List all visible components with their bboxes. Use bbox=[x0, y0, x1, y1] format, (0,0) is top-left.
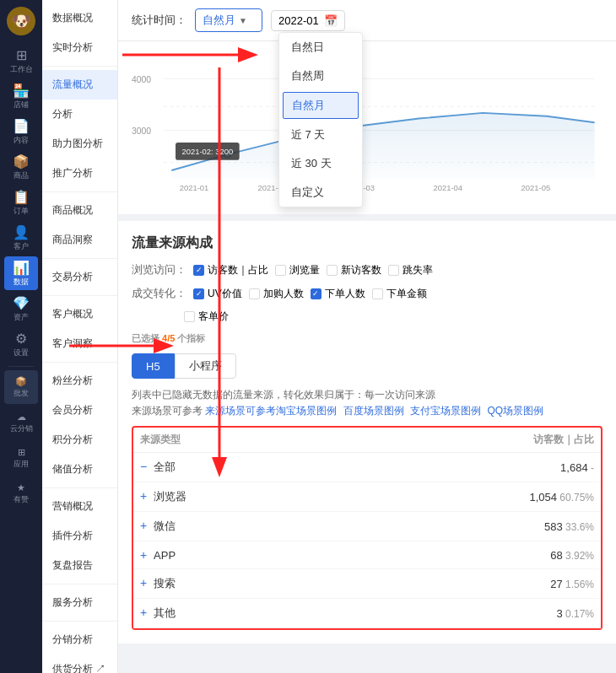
checkbox-bounce-rate[interactable] bbox=[388, 265, 399, 276]
time-period-select[interactable]: 自然月 ▼ bbox=[195, 8, 262, 32]
link-taobao[interactable]: 来源场景可参考淘宝场景图例 bbox=[205, 405, 337, 417]
sidebar-item-goods[interactable]: 📦 商品 bbox=[4, 150, 38, 184]
nav-item-distribution-analysis[interactable]: 分销分析 bbox=[42, 625, 117, 654]
nav-item-member-analysis[interactable]: 会员分析 bbox=[42, 396, 117, 425]
dropdown-item-7days[interactable]: 近 7 天 bbox=[279, 121, 362, 149]
plus-icon[interactable]: + bbox=[140, 548, 150, 562]
metric-bounce-rate: 跳失率 bbox=[388, 262, 433, 277]
sidebar-item-customer[interactable]: 👤 客户 bbox=[4, 221, 38, 255]
nav-item-service-analysis[interactable]: 服务分析 bbox=[42, 588, 117, 617]
sidebar-label-data: 数据 bbox=[14, 277, 29, 288]
source-label: 浏览器 bbox=[154, 490, 186, 503]
link-baidu[interactable]: 百度场景图例 bbox=[343, 405, 404, 417]
nav-item-points-analysis[interactable]: 积分分析 bbox=[42, 425, 117, 455]
sidebar-item-content[interactable]: 📄 内容 bbox=[4, 115, 38, 148]
sidebar-label-apps: 应用 bbox=[14, 459, 29, 470]
nav-item-traffic-overview[interactable]: 流量概况 bbox=[42, 70, 117, 100]
nav-divider-8 bbox=[42, 621, 117, 622]
dropdown-item-natural-month[interactable]: 自然月 bbox=[283, 92, 359, 119]
link-alipay[interactable]: 支付宝场景图例 bbox=[410, 405, 481, 417]
chart-area: 4000 3000 2021-01 2021-02 2021-03 2021-0… bbox=[118, 41, 616, 214]
nav-section-goods: 商品概况 商品洞察 bbox=[42, 196, 117, 255]
nav-item-analysis[interactable]: 分析 bbox=[42, 100, 117, 129]
nav-item-plugin-analysis[interactable]: 插件分析 bbox=[42, 521, 117, 551]
nav-item-review-report[interactable]: 复盘报告 bbox=[42, 551, 117, 580]
nav-item-customer-insight[interactable]: 客户洞察 bbox=[42, 329, 117, 358]
visitor-ratio: 3.92% bbox=[563, 550, 594, 562]
tab-h5[interactable]: H5 bbox=[132, 353, 175, 379]
nav-item-data-overview[interactable]: 数据概况 bbox=[42, 3, 117, 33]
sidebar-label-assets: 资产 bbox=[14, 312, 29, 323]
nav-section-service: 服务分析 bbox=[42, 588, 117, 617]
customer-icon: 👤 bbox=[13, 224, 30, 240]
checkbox-visitors[interactable]: ✓ bbox=[193, 265, 204, 276]
link-qq[interactable]: QQ场景图例 bbox=[487, 405, 543, 417]
nav-item-customer-overview[interactable]: 客户概况 bbox=[42, 299, 117, 329]
metrics-row-convert: 成交转化： ✓ UV价值 加购人数 ✓ 下单人数 下单金额 bbox=[132, 286, 602, 301]
checkbox-order-users[interactable]: ✓ bbox=[311, 288, 322, 299]
checkbox-new-visitors[interactable] bbox=[327, 265, 338, 276]
nav-item-realtime[interactable]: 实时分析 bbox=[42, 33, 117, 62]
nav-item-goods-overview[interactable]: 商品概况 bbox=[42, 196, 117, 225]
nav-item-supply-analysis[interactable]: 供货分析 ↗ bbox=[42, 654, 117, 673]
sidebar-item-cloud[interactable]: ☁ 云分销 bbox=[4, 406, 38, 439]
table-row: + 浏览器1,054 60.75% bbox=[133, 482, 601, 512]
sidebar-label-youzan: 有赞 bbox=[14, 494, 29, 505]
order-icon: 📋 bbox=[13, 189, 30, 205]
checkbox-order-amount[interactable] bbox=[372, 288, 383, 299]
dropdown-item-custom[interactable]: 自定义 bbox=[279, 178, 362, 207]
plus-icon[interactable]: + bbox=[140, 489, 150, 503]
nav-item-value-analysis[interactable]: 储值分析 bbox=[42, 455, 117, 484]
checkbox-uv-value[interactable]: ✓ bbox=[193, 288, 204, 299]
sidebar-item-workspace[interactable]: ⊞ 工作台 bbox=[4, 44, 38, 78]
sidebar-item-assets[interactable]: 💎 资产 bbox=[4, 292, 38, 326]
plus-icon[interactable]: + bbox=[140, 519, 150, 532]
checkbox-pageviews[interactable] bbox=[275, 265, 286, 276]
sidebar-item-store[interactable]: 🏪 店铺 bbox=[4, 79, 38, 113]
tab-miniprogram[interactable]: 小程序 bbox=[175, 353, 236, 379]
sidebar-item-data[interactable]: 📊 数据 bbox=[4, 256, 38, 290]
source-label: 全部 bbox=[154, 460, 176, 473]
sidebar-item-settings[interactable]: ⚙ 设置 bbox=[4, 327, 38, 361]
nav-item-trade-analysis[interactable]: 交易分析 bbox=[42, 262, 117, 292]
minus-icon[interactable]: − bbox=[140, 460, 150, 473]
sidebar-item-apps[interactable]: ⊞ 应用 bbox=[4, 441, 38, 475]
dropdown-item-natural-day[interactable]: 自然日 bbox=[279, 33, 362, 62]
data-icon: 📊 bbox=[13, 260, 30, 276]
settings-icon: ⚙ bbox=[15, 331, 27, 347]
plus-icon[interactable]: + bbox=[140, 576, 150, 590]
nav-item-promotion-analysis[interactable]: 推广分析 bbox=[42, 159, 117, 188]
app-logo: 🐶 bbox=[7, 7, 35, 35]
metrics-row-browse: 浏览访问： ✓ 访客数｜占比 浏览量 新访客数 跳失率 bbox=[132, 262, 602, 277]
apps-icon: ⊞ bbox=[18, 447, 25, 458]
svg-text:2021-02: 3200: 2021-02: 3200 bbox=[181, 147, 233, 156]
sidebar-item-order[interactable]: 📋 订单 bbox=[4, 186, 38, 219]
cell-visitors: 1,054 60.75% bbox=[337, 482, 601, 512]
cell-source-type: + 其他 bbox=[133, 599, 337, 628]
sidebar-label-order: 订单 bbox=[14, 206, 29, 217]
cell-visitors: 583 33.6% bbox=[337, 512, 601, 541]
table-row: + APP68 3.92% bbox=[133, 541, 601, 569]
checkbox-avg-order[interactable] bbox=[184, 311, 195, 322]
nav-item-fans-analysis[interactable]: 粉丝分析 bbox=[42, 366, 117, 396]
plus-icon[interactable]: + bbox=[140, 606, 150, 619]
sidebar-item-youzan[interactable]: ★ 有赞 bbox=[4, 476, 38, 510]
nav-section-customer: 客户概况 客户洞察 bbox=[42, 299, 117, 358]
nav-item-force-analysis[interactable]: 助力图分析 bbox=[42, 129, 117, 159]
col-header-visitors: 访客数｜占比 bbox=[337, 428, 601, 453]
sidebar-nav: 数据概况 实时分析 流量概况 分析 助力图分析 推广分析 商品概况 商品洞察 交… bbox=[42, 0, 118, 673]
goods-icon: 📦 bbox=[13, 153, 30, 170]
nav-item-goods-insight[interactable]: 商品洞察 bbox=[42, 225, 117, 255]
cell-visitors: 27 1.56% bbox=[337, 569, 601, 599]
nav-item-marketing-overview[interactable]: 营销概况 bbox=[42, 492, 117, 521]
nav-section-distribution: 分销分析 供货分析 ↗ 扫码统计 核销员业绩 bbox=[42, 625, 117, 673]
cell-source-type: + 浏览器 bbox=[133, 482, 337, 512]
traffic-table-highlight: 来源类型 访客数｜占比 − 全部1,684 -+ 浏览器1,054 60.75%… bbox=[132, 426, 602, 630]
metrics-count: 4/5 bbox=[162, 333, 175, 343]
checkbox-cart[interactable] bbox=[249, 288, 260, 299]
sidebar-item-batch[interactable]: 📦 批发 bbox=[4, 370, 38, 404]
metric-order-users: ✓ 下单人数 bbox=[311, 286, 365, 301]
dropdown-item-30days[interactable]: 近 30 天 bbox=[279, 149, 362, 178]
dropdown-item-natural-week[interactable]: 自然周 bbox=[279, 62, 362, 90]
date-input[interactable]: 2022-01 📅 bbox=[271, 10, 345, 31]
